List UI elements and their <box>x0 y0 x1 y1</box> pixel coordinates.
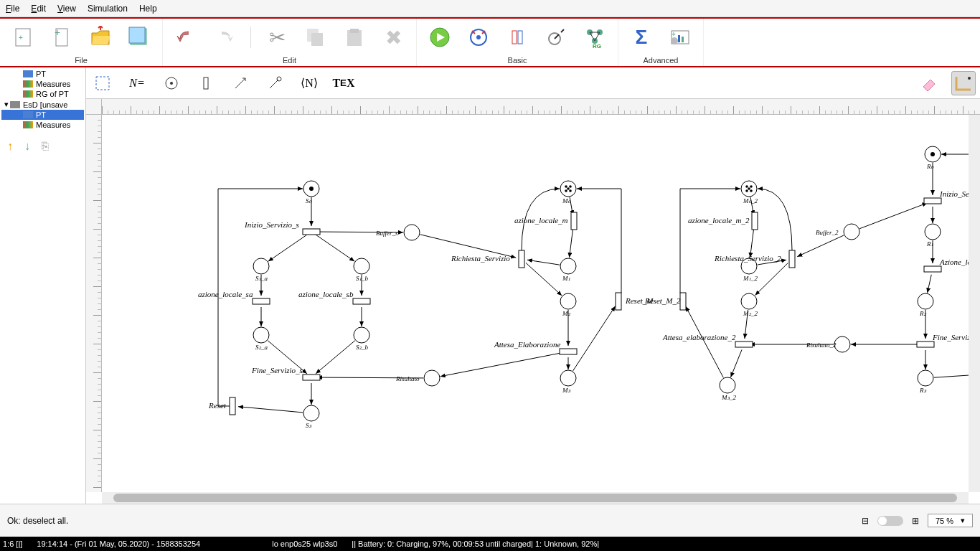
tex-tool[interactable]: TEX <box>331 71 356 95</box>
sigma-button[interactable]: Σ <box>628 24 654 50</box>
arc-tool[interactable] <box>228 71 253 95</box>
svg-line-34 <box>316 235 355 262</box>
vertical-scrollbar[interactable] <box>969 115 980 492</box>
zoom-out-button[interactable]: ⊟ <box>862 516 869 526</box>
svg-rect-29 <box>204 77 208 89</box>
duplicate-button[interactable]: ⎘ <box>42 140 49 153</box>
svg-point-12 <box>476 35 481 39</box>
svg-point-92 <box>565 189 567 192</box>
svg-point-103 <box>745 185 748 188</box>
group-label-file: File <box>75 56 88 66</box>
svg-text:azione_locale_sa: azione_locale_sa <box>198 290 253 298</box>
chevron-down-icon: ▾ <box>961 516 965 525</box>
zoom-value[interactable]: 75 %▾ <box>928 514 973 527</box>
delete-button[interactable]: ✖ <box>380 24 406 50</box>
sys-time: 19:14:14 - (Fri 01 May, 05.2020) - 15883… <box>37 540 200 548</box>
svg-text:M₀: M₀ <box>562 197 571 204</box>
svg-point-81 <box>354 327 369 343</box>
inhibitor-arc-tool[interactable] <box>263 71 287 95</box>
cut-button[interactable]: ✂ <box>264 24 290 50</box>
svg-text:M₁_2: M₁_2 <box>743 275 758 282</box>
menubar: FFileile Edit View Simulation Help <box>0 0 980 17</box>
svg-rect-144 <box>616 293 621 310</box>
play-button[interactable] <box>427 24 453 50</box>
unfold-button[interactable] <box>504 24 530 50</box>
new-net-button[interactable]: + <box>10 24 36 50</box>
svg-text:+: + <box>672 30 676 38</box>
tree-item-4[interactable]: PT <box>1 110 84 120</box>
svg-text:azione_locale_sb: azione_locale_sb <box>298 290 354 298</box>
menu-view[interactable]: View <box>57 4 76 14</box>
zoom-in-button[interactable]: ⊞ <box>912 516 919 526</box>
menu-help[interactable]: Help <box>139 4 157 14</box>
tree-item-2[interactable]: RG of PT <box>1 89 84 99</box>
rg-button[interactable]: RG <box>582 24 608 50</box>
select-tool[interactable] <box>90 71 115 95</box>
svg-line-67 <box>928 275 932 293</box>
group-label-advanced: Advanced <box>644 56 679 66</box>
svg-rect-158 <box>917 342 934 347</box>
status-text: Ok: deselect all. <box>7 516 68 526</box>
svg-point-96 <box>560 258 576 274</box>
statusbar: Ok: deselect all. ⊟ ⊞ 75 %▾ <box>0 504 980 537</box>
redo-button[interactable] <box>212 24 237 50</box>
svg-point-75 <box>253 258 269 274</box>
tree-item-3[interactable]: ▾EsD [unsave <box>1 99 84 110</box>
svg-text:Reset: Reset <box>208 401 227 410</box>
svg-text:M₃_2: M₃_2 <box>721 394 737 401</box>
place-tool[interactable] <box>159 71 184 95</box>
horizontal-scrollbar[interactable] <box>102 492 969 504</box>
svg-rect-142 <box>560 349 577 354</box>
svg-rect-130 <box>253 298 270 304</box>
svg-point-94 <box>567 187 570 190</box>
marking-tool[interactable]: N= <box>125 71 149 95</box>
zoom-slider[interactable] <box>877 516 903 526</box>
undo-button[interactable] <box>173 24 199 50</box>
svg-point-24 <box>671 37 678 44</box>
svg-text:Inizio_Servizio_s: Inizio_Servizio_s <box>244 220 299 229</box>
menu-edit[interactable]: Edit <box>31 4 46 14</box>
tree-item-1[interactable]: Measures <box>1 79 84 89</box>
tree-item-0[interactable]: PT <box>1 69 84 79</box>
svg-text:R₃: R₃ <box>919 387 926 394</box>
save-button[interactable] <box>126 24 152 50</box>
svg-point-106 <box>750 189 753 192</box>
group-label-edit: Edit <box>283 56 296 66</box>
ruler-tool[interactable] <box>951 71 976 95</box>
open-button[interactable] <box>88 24 113 50</box>
svg-text:+: + <box>55 27 60 38</box>
svg-text:S₃: S₃ <box>306 422 312 429</box>
svg-text:Buffer_2: Buffer_2 <box>816 229 839 236</box>
svg-rect-13 <box>512 31 517 44</box>
svg-point-126 <box>918 370 933 386</box>
svg-rect-146 <box>752 212 758 230</box>
svg-rect-136 <box>230 397 235 415</box>
new-page-button[interactable]: + <box>49 24 75 50</box>
paste-button[interactable] <box>341 24 367 50</box>
copy-button[interactable] <box>303 24 329 50</box>
svg-rect-156 <box>924 266 941 272</box>
menu-simulation[interactable]: Simulation <box>88 4 128 14</box>
measure-button[interactable] <box>543 24 569 50</box>
petri-net-diagram[interactable]: S₀S₁_aS₁_bS₂_aS₂_bS₃Buffer_sRisultatoM₀M… <box>102 115 969 492</box>
move-down-button[interactable]: ↓ <box>24 140 30 153</box>
svg-rect-23 <box>682 37 684 42</box>
menu-file[interactable]: FFileile <box>6 4 19 14</box>
svg-rect-128 <box>303 229 320 235</box>
svg-rect-152 <box>680 293 686 310</box>
move-up-button[interactable]: ↑ <box>7 140 13 153</box>
svg-point-73 <box>309 187 314 191</box>
svg-text:RG: RG <box>593 43 601 48</box>
transition-tool[interactable] <box>194 71 218 95</box>
canvas[interactable]: S₀S₁_aS₁_bS₂_aS₂_bS₃Buffer_sRisultatoM₀M… <box>86 99 980 504</box>
svg-text:S₂_b: S₂_b <box>356 344 369 351</box>
annotation-tool[interactable]: ⟨N⟩ <box>297 71 321 95</box>
svg-point-77 <box>354 258 369 274</box>
tree-item-5[interactable]: Measures <box>1 120 84 130</box>
svg-text:Richiesta_Servizio: Richiesta_Servizio <box>451 254 510 263</box>
advanced-analysis-button[interactable]: + <box>667 24 693 50</box>
svg-point-117 <box>834 336 850 352</box>
eraser-tool[interactable] <box>917 71 941 95</box>
svg-line-33 <box>268 235 307 262</box>
token-game-button[interactable] <box>466 24 491 50</box>
